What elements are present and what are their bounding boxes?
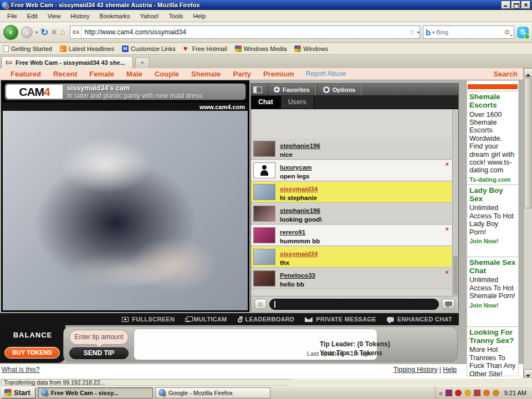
skype-icon[interactable]: S [517, 27, 529, 38]
chat-username-link[interactable]: sissymaid34 [280, 186, 318, 192]
enhanced-chat-button[interactable]: ENHANCED CHAT [387, 316, 452, 323]
menu-item[interactable]: Tools [164, 11, 188, 21]
close-button[interactable] [521, 1, 530, 9]
forward-button[interactable]: › [21, 27, 33, 38]
user-avatar-thumbnail[interactable] [253, 270, 275, 287]
tab-chat[interactable]: Chat [251, 96, 281, 109]
bookmark-item[interactable]: Windows [294, 45, 328, 52]
site-nav-link[interactable]: Couple [150, 70, 184, 78]
menu-item[interactable]: History [65, 11, 94, 21]
favorites-button[interactable]: Favorites [268, 84, 316, 95]
list-all-tabs-button[interactable] [135, 57, 150, 68]
ad-item[interactable]: Shemale Sex Chat Unlimited Access To Hot… [467, 257, 518, 326]
ad-item[interactable]: Lady Boy Sex Unlimited Access To Hot Lad… [467, 185, 518, 257]
tray-icon[interactable] [474, 390, 480, 396]
tab-users[interactable]: Users [281, 96, 314, 109]
user-avatar-thumbnail[interactable] [253, 141, 275, 157]
chat-message-list[interactable]: stephanie196 nice × luxurycam open legs … [251, 109, 458, 296]
chat-username-link[interactable]: stephanie196 [280, 207, 320, 214]
url-dropdown-icon[interactable]: ▾ [417, 30, 420, 35]
tray-icon[interactable] [464, 390, 471, 396]
user-avatar-thumbnail[interactable] [253, 206, 275, 222]
site-search-link[interactable]: Search [494, 70, 518, 78]
chat-username-link[interactable]: sissymaid34 [280, 250, 318, 257]
help-link[interactable]: Help [443, 366, 457, 374]
ad-item[interactable]: Shemale Escorts Over 1600 Shemale Escort… [467, 91, 518, 185]
tray-icon[interactable] [493, 390, 499, 396]
chat-message-input[interactable] [269, 299, 439, 310]
ad-title[interactable]: Lady Boy Sex [469, 187, 516, 203]
minimize-button[interactable] [502, 1, 510, 9]
ad-title[interactable]: Looking For Tranny Sex? [469, 329, 516, 345]
send-chat-button[interactable] [442, 299, 455, 309]
tipping-history-link[interactable]: Tipping History [393, 366, 438, 374]
user-avatar-thumbnail[interactable] [253, 249, 275, 265]
private-message-button[interactable]: PRIVATE MESSAGE [305, 316, 376, 323]
back-button[interactable]: ‹ [3, 25, 18, 40]
bookmark-item[interactable]: Customize Links [122, 45, 176, 52]
menu-item[interactable]: File [2, 11, 22, 21]
smiley-button[interactable]: ☺ [254, 299, 267, 309]
buy-tokens-button[interactable]: BUY TOKENS [4, 347, 60, 359]
home-button[interactable]: ⌂ [60, 27, 65, 37]
close-message-icon[interactable]: × [446, 269, 449, 275]
site-nav-link[interactable]: Female [84, 70, 119, 78]
bookmark-item[interactable]: Free Hotmail [183, 45, 227, 52]
user-avatar-thumbnail[interactable] [253, 227, 275, 243]
menu-item[interactable]: Yahoo! [135, 11, 164, 21]
bookmark-item[interactable]: Latest Headlines [60, 45, 114, 52]
close-message-icon[interactable]: × [446, 161, 449, 167]
start-button[interactable]: Start [1, 387, 35, 398]
what-is-this-link[interactable]: What is this? [2, 366, 40, 374]
leaderboard-button[interactable]: LEADERBOARD [238, 316, 295, 323]
fullscreen-button[interactable]: FULLSCREEN [122, 316, 175, 323]
menu-item[interactable]: View [43, 11, 66, 21]
scroll-up-icon[interactable] [524, 68, 532, 77]
tray-collapse-icon[interactable] [439, 388, 443, 398]
report-abuse-link[interactable]: Report Abuse [301, 70, 351, 78]
webcam-video[interactable]: www.cam4.com [3, 103, 248, 310]
browser-tab[interactable]: C4 Free Web Cam - sissymaid34 43 she... [1, 56, 133, 68]
menu-item[interactable]: Help [188, 11, 211, 21]
user-avatar-thumbnail[interactable] [253, 184, 275, 200]
send-tip-button[interactable]: SEND TIP [69, 347, 129, 359]
tray-icon[interactable] [455, 390, 462, 396]
multicam-button[interactable]: MULTICAM [185, 316, 227, 323]
stop-button[interactable]: × [51, 27, 57, 38]
chat-username-link[interactable]: Peneloco33 [280, 272, 315, 279]
menu-item[interactable]: Edit [22, 11, 43, 21]
ad-link[interactable]: Join Now! [469, 236, 516, 244]
refresh-button[interactable]: ↻ [40, 27, 48, 38]
chat-username-link[interactable]: rerero91 [280, 229, 305, 236]
site-nav-link[interactable]: Male [121, 70, 147, 78]
site-nav-link[interactable]: Premium [258, 70, 299, 78]
search-engine-dropdown-icon[interactable]: ▾ [432, 30, 434, 35]
scroll-down-icon[interactable] [524, 369, 532, 378]
site-nav-link[interactable]: Party [228, 70, 257, 78]
ad-title[interactable]: Shemale Sex Chat [469, 259, 516, 275]
ad-link[interactable]: Ts-dating.com [469, 175, 516, 183]
search-icon[interactable] [505, 30, 509, 34]
bookmark-item[interactable]: Windows Media [235, 45, 287, 52]
tray-icon[interactable] [483, 390, 490, 396]
history-dropdown-icon[interactable]: ▾ [35, 30, 38, 35]
site-nav-link[interactable]: Featured [6, 70, 46, 78]
site-nav-link[interactable]: Shemale [186, 70, 226, 78]
taskbar-task-button[interactable]: Free Web Cam - sissy... [38, 387, 153, 398]
menu-item[interactable]: Bookmarks [95, 11, 135, 21]
bookmark-item[interactable]: Getting Started [3, 45, 52, 52]
layout-icon[interactable] [253, 86, 262, 93]
chat-scrollbar[interactable] [452, 109, 458, 296]
taskbar-task-button[interactable]: Google - Mozilla Firefox [155, 387, 270, 398]
bookmark-star-icon[interactable]: ☆ [407, 28, 417, 37]
options-button[interactable]: Options [317, 84, 362, 95]
site-nav-link[interactable]: Recent [48, 70, 82, 78]
url-input[interactable] [81, 28, 407, 36]
chat-username-link[interactable]: stephanie196 [280, 142, 320, 149]
user-avatar-thumbnail[interactable] [253, 162, 275, 178]
ad-title[interactable]: Shemale Escorts [469, 93, 516, 110]
page-scrollbar[interactable] [523, 68, 532, 378]
tray-icon[interactable] [446, 390, 452, 396]
scrollbar-thumb[interactable] [524, 78, 531, 208]
close-message-icon[interactable]: × [446, 226, 449, 232]
